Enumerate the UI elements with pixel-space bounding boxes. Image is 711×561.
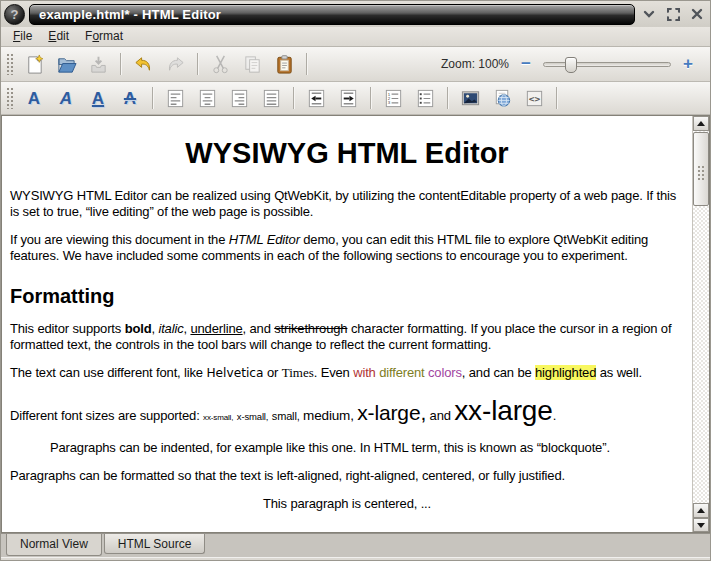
- toolbar-separator: [293, 87, 294, 109]
- toolbar-drag-handle[interactable]: [6, 87, 13, 109]
- window-title-text: example.html* - HTML Editor: [39, 7, 221, 22]
- text-segment: This paragraph is centered, ...: [263, 496, 431, 511]
- text-segment: as well.: [596, 365, 642, 380]
- text-segment: bold: [125, 321, 152, 336]
- ordered-list-button[interactable]: 123: [379, 85, 407, 112]
- scrollbar-thumb[interactable]: [693, 132, 709, 206]
- text-segment: . Even: [314, 365, 353, 380]
- align-center-button[interactable]: [193, 85, 221, 112]
- toolbar-separator: [120, 53, 121, 75]
- italic-button[interactable]: A: [52, 85, 80, 112]
- undo-button[interactable]: [129, 51, 157, 78]
- tab-html-source[interactable]: HTML Source: [104, 534, 206, 554]
- close-button[interactable]: [687, 4, 707, 24]
- html-code-button[interactable]: <>: [520, 85, 548, 112]
- doc-paragraph: Different font sizes are supported: xx-s…: [10, 394, 684, 429]
- zoom-label: Zoom: 100%: [441, 57, 509, 71]
- text-segment: Different font sizes are supported:: [10, 408, 203, 423]
- menubar: FileEditFormat: [1, 27, 710, 47]
- toolbar-separator: [197, 53, 198, 75]
- tab-normal-view[interactable]: Normal View: [6, 534, 102, 556]
- save-file-button[interactable]: [84, 51, 112, 78]
- text-segment: medium,: [303, 408, 354, 423]
- scroll-up-button-bottom[interactable]: [693, 503, 709, 518]
- align-justify-button[interactable]: [257, 85, 285, 112]
- window-help-icon[interactable]: ?: [4, 4, 25, 25]
- doc-blockquote: Paragraphs can be indented, for example …: [50, 440, 654, 456]
- text-segment: Paragraphs can be indented, for example …: [50, 440, 610, 455]
- outdent-icon: [306, 88, 327, 109]
- outdent-button[interactable]: [302, 85, 330, 112]
- text-segment: ile: [20, 29, 32, 43]
- open-file-button[interactable]: [52, 51, 80, 78]
- copy-button[interactable]: [238, 51, 266, 78]
- scroll-down-button[interactable]: [693, 518, 709, 532]
- editable-document[interactable]: WYSIWYG HTML EditorWYSIWYG HTML Editor c…: [2, 116, 692, 532]
- text-segment: xx-large: [454, 395, 552, 426]
- zoom-in-button[interactable]: +: [680, 57, 696, 71]
- bullet-list-button[interactable]: [411, 85, 439, 112]
- bold-icon: A: [28, 90, 40, 107]
- text-segment: This editor supports: [10, 321, 125, 336]
- cut-button[interactable]: [206, 51, 234, 78]
- text-segment: The text can use different font, like: [10, 365, 206, 380]
- insert-link-button[interactable]: [488, 85, 516, 112]
- html-code-icon: <>: [524, 88, 545, 109]
- paste-icon: [274, 54, 295, 75]
- scroll-up-button[interactable]: [693, 116, 709, 131]
- align-left-icon: [165, 88, 186, 109]
- text-segment: with: [353, 365, 376, 380]
- toolbar-separator: [556, 87, 557, 109]
- bold-button[interactable]: A: [20, 85, 48, 112]
- menu-edit[interactable]: Edit: [40, 28, 77, 45]
- text-segment: and: [426, 408, 454, 423]
- window-title: example.html* - HTML Editor: [29, 4, 635, 25]
- text-segment: , and: [243, 321, 275, 336]
- redo-button[interactable]: [161, 51, 189, 78]
- toolbar-drag-handle[interactable]: [6, 53, 13, 75]
- text-segment: WYSIWYG HTML Editor can be realized usin…: [10, 188, 676, 219]
- text-segment: HTML Editor: [229, 232, 300, 247]
- text-segment: highlighted: [535, 365, 596, 380]
- zoom-slider[interactable]: [543, 62, 671, 67]
- triangle-up-icon: [697, 508, 705, 513]
- insert-image-button[interactable]: [456, 85, 484, 112]
- new-file-icon: [24, 54, 45, 75]
- close-icon: [691, 8, 703, 20]
- underline-icon: A: [92, 90, 104, 107]
- text-segment: underline: [190, 321, 242, 336]
- shade-window-button[interactable]: [639, 4, 659, 24]
- doc-paragraph: WYSIWYG HTML Editor can be realized usin…: [10, 188, 684, 220]
- format-toolbar: AAAA123<>: [1, 82, 710, 115]
- text-segment: , and can be: [462, 365, 535, 380]
- paste-button[interactable]: [270, 51, 298, 78]
- view-tabbar: Normal ViewHTML Source: [1, 533, 710, 557]
- toolbar-separator: [152, 87, 153, 109]
- zoom-out-button[interactable]: −: [518, 57, 534, 71]
- text-segment: xx-small,: [203, 413, 233, 422]
- indent-button[interactable]: [334, 85, 362, 112]
- zoom-slider-handle[interactable]: [565, 57, 577, 73]
- doc-paragraph: Paragraphs can be formatted so that the …: [10, 468, 684, 484]
- ordered-list-icon: 123: [383, 88, 404, 109]
- doc-paragraph: The text can use different font, like He…: [10, 365, 684, 381]
- menu-format[interactable]: Format: [77, 28, 131, 45]
- text-segment: colors: [428, 365, 462, 380]
- underline-button[interactable]: A: [84, 85, 112, 112]
- undo-icon: [133, 54, 154, 75]
- text-segment: dit: [56, 29, 69, 43]
- vertical-scrollbar[interactable]: [692, 116, 709, 532]
- maximize-button[interactable]: [663, 4, 683, 24]
- titlebar[interactable]: ? example.html* - HTML Editor: [1, 1, 710, 27]
- align-left-button[interactable]: [161, 85, 189, 112]
- align-right-button[interactable]: [225, 85, 253, 112]
- toolbar-separator: [447, 87, 448, 109]
- indent-icon: [338, 88, 359, 109]
- html-editor-window: ? example.html* - HTML Editor FileEditFo…: [0, 0, 711, 561]
- file-toolbar: Zoom: 100% − +: [1, 47, 710, 82]
- strikethrough-button[interactable]: A: [116, 85, 144, 112]
- italic-icon: A: [60, 90, 72, 107]
- chevron-down-icon: [643, 8, 655, 20]
- menu-file[interactable]: File: [5, 28, 40, 45]
- new-file-button[interactable]: [20, 51, 48, 78]
